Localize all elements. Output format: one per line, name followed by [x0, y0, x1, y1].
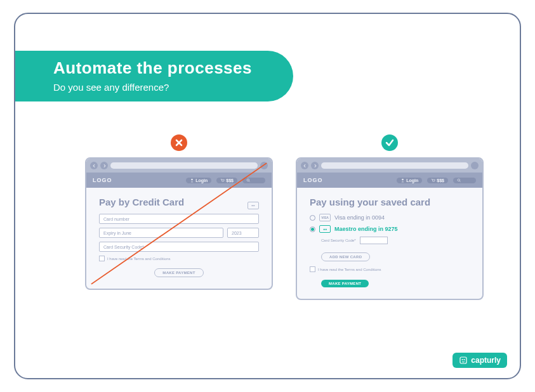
slide-frame: Automate the processes Do you see any di…: [14, 13, 521, 379]
make-payment-button[interactable]: MAKE PAYMENT: [154, 268, 203, 277]
saved-card-row-2[interactable]: ●● Maestro ending in 9275: [310, 225, 470, 233]
check-icon: [381, 134, 398, 151]
nav-forward-icon: [311, 162, 319, 169]
terms-text: I have read the Terms and Conditions: [107, 257, 171, 261]
close-icon: [260, 162, 268, 169]
address-bar: [321, 162, 468, 169]
header-subtitle: Do you see any difference?: [53, 82, 275, 93]
site-logo: LOGO: [93, 177, 112, 183]
svg-point-4: [458, 179, 460, 181]
good-pay-title: Pay using your saved card: [310, 197, 470, 207]
search-chip: [453, 178, 476, 183]
terms-text: I have read the Terms and Conditions: [318, 268, 381, 271]
year-field[interactable]: 2023: [227, 228, 259, 238]
security-code-field[interactable]: Card Security Code*: [99, 242, 259, 252]
close-icon: [471, 162, 479, 169]
security-code-input[interactable]: [360, 237, 388, 244]
site-header: LOGO Login $$$: [86, 173, 272, 188]
maestro-icon: ●●: [319, 225, 331, 233]
search-chip: [242, 178, 265, 183]
header-pill: Automate the processes Do you see any di…: [15, 51, 293, 101]
bad-pay-title: Pay by Credit Card: [99, 197, 184, 207]
nav-back-icon: [301, 162, 308, 169]
terms-checkbox[interactable]: [99, 256, 105, 261]
good-column: LOGO Login $$$ Pay using your saved card…: [296, 134, 484, 300]
good-content: Pay using your saved card VISA Visa endi…: [297, 188, 482, 299]
panels-container: LOGO Login $$$ Pay by Credit Card ••• Ca…: [85, 134, 484, 300]
site-header: LOGO Login $$$: [297, 173, 482, 188]
login-chip: Login: [397, 178, 422, 183]
add-new-card-button[interactable]: ADD NEW CARD: [321, 252, 370, 261]
card-number-field[interactable]: Card number: [99, 214, 259, 224]
bad-browser-mock: LOGO Login $$$ Pay by Credit Card ••• Ca…: [85, 157, 273, 290]
bad-column: LOGO Login $$$ Pay by Credit Card ••• Ca…: [85, 134, 273, 300]
saved-card-2-label: Maestro ending in 9275: [334, 226, 398, 232]
nav-forward-icon: [100, 162, 108, 169]
owl-icon: [459, 356, 468, 365]
svg-point-6: [462, 359, 463, 360]
terms-checkbox[interactable]: [310, 266, 315, 272]
svg-point-3: [402, 178, 404, 180]
cross-icon: [171, 134, 187, 151]
browser-chrome: [86, 159, 272, 173]
svg-point-7: [464, 359, 465, 360]
brand-text: capturly: [471, 356, 501, 365]
site-logo: LOGO: [303, 177, 323, 183]
nav-back-icon: [90, 162, 98, 169]
saved-card-row-1[interactable]: VISA Visa ending in 0094: [310, 214, 470, 221]
make-payment-button[interactable]: MAKE PAYMENT: [321, 280, 369, 287]
svg-point-0: [191, 178, 193, 180]
cart-chip: $$$: [427, 178, 448, 183]
security-code-label: Card Security Code*: [321, 238, 356, 242]
card-brand-icon: •••: [248, 202, 259, 209]
visa-icon: VISA: [319, 214, 331, 221]
bad-content: Pay by Credit Card ••• Card number Expir…: [86, 188, 272, 289]
radio-unchecked[interactable]: [310, 215, 315, 221]
browser-chrome: [297, 159, 482, 173]
brand-badge: capturly: [452, 353, 507, 368]
header-title: Automate the processes: [53, 58, 275, 78]
good-browser-mock: LOGO Login $$$ Pay using your saved card…: [296, 157, 484, 300]
saved-card-1-label: Visa ending in 0094: [334, 214, 385, 221]
address-bar: [110, 162, 258, 169]
svg-point-1: [247, 179, 249, 181]
login-chip: Login: [186, 178, 211, 183]
radio-checked[interactable]: [310, 226, 315, 232]
cart-chip: $$$: [216, 178, 237, 183]
expiry-field[interactable]: Expiry in June: [99, 228, 223, 238]
